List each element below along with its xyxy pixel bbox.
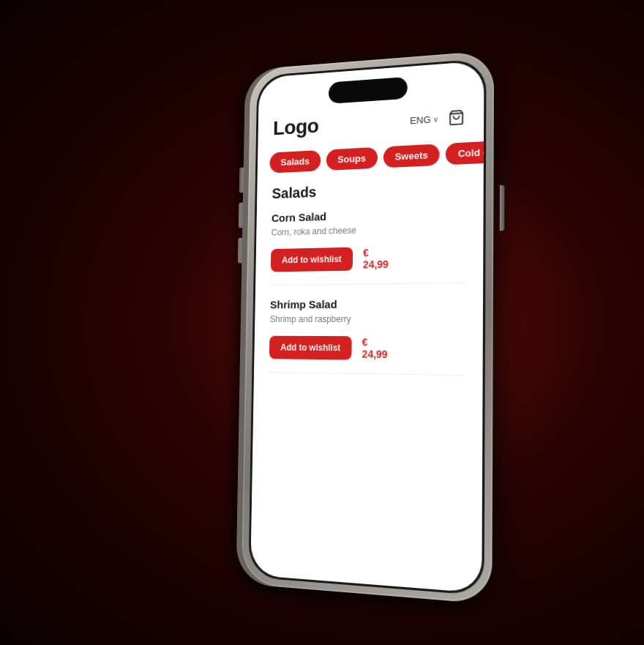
phone-mockup: Logo ENG ∨ [242,50,494,604]
item-image-shrimp-salad [400,295,484,297]
item-image-corn-salad [401,200,484,207]
menu-list: Corn Salad Corn, roka and cheese Add to … [254,204,484,389]
item-info-shrimp-salad: Shrimp Salad Shrimp and raspberry Add to… [269,297,400,360]
menu-item-shrimp-salad: Shrimp Salad Shrimp and raspberry Add to… [269,297,466,375]
category-soups[interactable]: Soups [326,146,378,170]
item-name: Shrimp Salad [270,297,388,310]
add-to-wishlist-button-1[interactable]: Add to wishlist [271,247,353,272]
phone-screen-border: Logo ENG ∨ [248,58,486,595]
category-cold-drinks[interactable]: Cold drinks [446,139,484,165]
language-selector[interactable]: ENG ∨ [410,113,438,125]
phone-body: Logo ENG ∨ [242,50,494,604]
item-description: Corn, roka and cheese [272,223,389,239]
logo: Logo [273,114,319,140]
screen-content: Logo ENG ∨ [250,60,484,592]
item-price: € 24,99 [363,246,389,270]
phone-screen: Logo ENG ∨ [250,60,484,592]
cart-icon [448,108,465,126]
item-info-corn-salad: Corn Salad Corn, roka and cheese Add to … [271,207,401,272]
item-actions: Add to wishlist € 24,99 [271,246,389,272]
language-label: ENG [410,113,431,126]
item-actions: Add to wishlist € 24,99 [269,335,388,359]
add-to-wishlist-button-2[interactable]: Add to wishlist [269,335,352,359]
category-sweets[interactable]: Sweets [383,143,440,168]
svg-line-0 [450,113,463,113]
item-price: € 24,99 [362,335,388,359]
item-description: Shrimp and raspberry [270,313,389,325]
header-right: ENG ∨ [410,106,467,130]
cart-button[interactable] [446,106,467,128]
category-salads[interactable]: Salads [269,149,321,173]
app-header: Logo ENG ∨ [258,104,484,149]
chevron-down-icon: ∨ [433,114,438,123]
menu-item-corn-salad: Corn Salad Corn, roka and cheese Add to … [271,205,467,285]
